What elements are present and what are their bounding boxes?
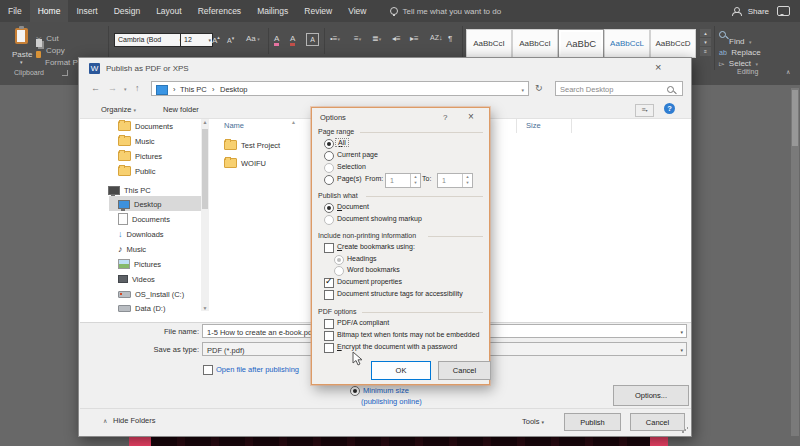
- file-row-woifu[interactable]: WOIFU: [224, 156, 266, 170]
- spinner-arrows-icon[interactable]: ▲▼: [462, 174, 472, 187]
- styles-gallery-expand[interactable]: ≡: [700, 47, 711, 56]
- organize-button[interactable]: Organize ▾: [101, 105, 136, 114]
- open-after-label[interactable]: Open file after publishing: [216, 365, 299, 374]
- style-chip-3-selected[interactable]: AaBbC: [558, 29, 604, 58]
- pages-radio[interactable]: [324, 175, 334, 185]
- video-progress-played[interactable]: [129, 436, 151, 446]
- options-close-icon[interactable]: ×: [468, 111, 474, 122]
- nav-item-music-quick[interactable]: Music: [118, 134, 155, 148]
- nav-item-data-d[interactable]: Data (D:): [118, 301, 165, 315]
- options-cancel-button[interactable]: Cancel: [438, 361, 491, 380]
- document-radio[interactable]: [324, 203, 334, 213]
- bullets-button[interactable]: •≡▾: [330, 34, 340, 43]
- change-case-button[interactable]: Aa ▾: [246, 34, 260, 43]
- tab-file[interactable]: File: [0, 0, 30, 22]
- file-name-dropdown-icon[interactable]: ▾: [680, 329, 683, 335]
- column-divider[interactable]: [571, 119, 572, 133]
- video-progress-track[interactable]: [151, 436, 650, 446]
- nav-item-downloads[interactable]: ↓Downloads: [118, 227, 164, 241]
- paste-dropdown-arrow[interactable]: ▾: [20, 59, 23, 65]
- paste-button[interactable]: Paste ▾: [6, 26, 40, 68]
- address-bar[interactable]: › This PC › Desktop ▾: [151, 81, 529, 96]
- nav-item-this-pc[interactable]: This PC: [108, 183, 151, 197]
- dialog-close-icon[interactable]: ×: [655, 61, 661, 73]
- create-bookmarks-checkbox[interactable]: [324, 243, 334, 253]
- font-name-combo[interactable]: Cambria (Bod▾: [114, 33, 184, 47]
- refresh-icon[interactable]: ↻: [535, 83, 543, 93]
- current-page-label[interactable]: Current page: [337, 151, 378, 158]
- text-highlight-button[interactable]: A: [274, 34, 279, 46]
- pdfa-checkbox[interactable]: [324, 319, 334, 329]
- new-folder-button[interactable]: New folder: [163, 105, 199, 114]
- tree-scroll-down-icon[interactable]: ▼: [203, 305, 208, 311]
- tree-scroll-thumb[interactable]: [202, 129, 208, 209]
- nav-item-desktop-selected[interactable]: Desktop: [118, 197, 162, 211]
- nav-item-os-install[interactable]: OS_Install (C:): [118, 287, 184, 301]
- nav-item-videos[interactable]: Videos: [118, 272, 155, 286]
- from-spinner[interactable]: 1 ▲▼: [385, 173, 421, 188]
- column-divider[interactable]: [516, 119, 517, 133]
- breadcrumb-this-pc[interactable]: This PC: [180, 85, 207, 94]
- styles-scroll-up[interactable]: ▴: [700, 29, 711, 37]
- current-page-radio[interactable]: [324, 151, 334, 161]
- style-chip-2[interactable]: AaBbCcI: [512, 29, 558, 58]
- view-mode-button[interactable]: ≡▾: [635, 104, 654, 117]
- collapse-ribbon-chevron[interactable]: ∧: [786, 68, 790, 75]
- save-type-dropdown-icon[interactable]: ▾: [680, 347, 683, 353]
- tab-home[interactable]: Home: [30, 0, 69, 22]
- all-radio-label[interactable]: All: [336, 139, 348, 146]
- style-chip-1[interactable]: AaBbCcI: [466, 29, 512, 58]
- to-spinner[interactable]: 1 ▲▼: [437, 173, 473, 188]
- nav-item-documents-quick[interactable]: Documents: [118, 119, 173, 133]
- style-chip-4[interactable]: AaBbCcL: [604, 29, 650, 58]
- tree-scrollbar[interactable]: ▲ ▼: [201, 119, 209, 311]
- numbering-button[interactable]: ≡▾: [354, 34, 361, 43]
- bitmap-text-label[interactable]: Bitmap text when fonts may not be embedd…: [337, 331, 479, 338]
- font-size-combo[interactable]: 12▾: [180, 33, 213, 47]
- tab-insert[interactable]: Insert: [68, 0, 105, 22]
- file-row-test-project[interactable]: Test Project: [224, 138, 280, 152]
- minimum-size-radio[interactable]: [350, 386, 360, 396]
- breadcrumb-desktop[interactable]: Desktop: [220, 85, 248, 94]
- minimum-size-label[interactable]: Minimum size: [363, 386, 409, 395]
- tab-review[interactable]: Review: [296, 0, 340, 22]
- history-dropdown-icon[interactable]: ▾: [124, 86, 127, 92]
- style-chip-5[interactable]: AaBbCcD: [650, 29, 696, 58]
- nav-item-public[interactable]: Public: [118, 164, 155, 178]
- nav-item-music[interactable]: ♪Music: [118, 242, 146, 256]
- show-paragraph-button[interactable]: ¶: [448, 34, 452, 43]
- document-label[interactable]: Document: [337, 203, 369, 210]
- clipboard-dialog-launcher[interactable]: [62, 70, 68, 76]
- nav-item-pictures[interactable]: Pictures: [118, 257, 161, 271]
- video-progress-marker[interactable]: [650, 436, 668, 446]
- styles-scroll-down[interactable]: ▾: [700, 38, 711, 46]
- tools-dropdown[interactable]: Tools ▾: [522, 417, 544, 426]
- shrink-font-button[interactable]: A▾: [227, 35, 234, 44]
- share-button[interactable]: Share: [748, 7, 769, 16]
- tab-view[interactable]: View: [340, 0, 374, 22]
- nav-item-pictures-quick[interactable]: Pictures: [118, 149, 162, 163]
- cancel-button[interactable]: Cancel: [630, 413, 685, 431]
- ok-button[interactable]: OK: [371, 361, 431, 380]
- all-radio[interactable]: [324, 139, 334, 149]
- tab-design[interactable]: Design: [106, 0, 148, 22]
- tab-mailings[interactable]: Mailings: [249, 0, 296, 22]
- grow-font-button[interactable]: A▴: [212, 34, 220, 45]
- column-header-name[interactable]: Name: [224, 121, 244, 130]
- decrease-indent-button[interactable]: ◂≡: [392, 34, 401, 43]
- options-help-icon[interactable]: ?: [443, 113, 447, 122]
- open-after-checkbox[interactable]: [203, 365, 213, 375]
- search-box[interactable]: Search Desktop: [555, 81, 683, 96]
- create-bookmarks-label[interactable]: Create bookmarks using:: [337, 243, 415, 250]
- encrypt-label[interactable]: Encrypt the document with a password: [337, 343, 457, 350]
- tab-layout[interactable]: Layout: [148, 0, 190, 22]
- options-button[interactable]: Options...: [613, 385, 689, 406]
- multilevel-list-button[interactable]: ≣▾: [372, 34, 381, 43]
- document-scrollbar[interactable]: [791, 88, 799, 436]
- back-button[interactable]: ←: [91, 83, 100, 93]
- spinner-arrows-icon[interactable]: ▲▼: [410, 174, 420, 187]
- structure-tags-label[interactable]: Document structure tags for accessibilit…: [337, 290, 463, 297]
- structure-tags-checkbox[interactable]: [324, 290, 334, 300]
- resize-grip[interactable]: [682, 427, 688, 433]
- tree-scroll-up-icon[interactable]: ▲: [203, 119, 208, 125]
